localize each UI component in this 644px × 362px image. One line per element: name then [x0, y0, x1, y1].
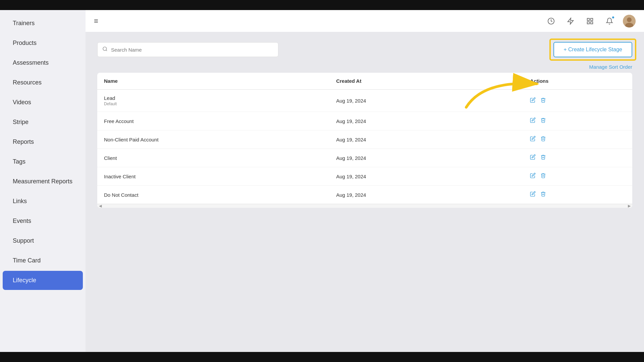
sidebar: Trainers Products Assessments Resources …: [0, 10, 86, 352]
svg-rect-4: [587, 21, 589, 23]
table-header-row: Name Created At Actions: [97, 73, 632, 89]
svg-rect-3: [591, 18, 593, 20]
cell-actions: [523, 130, 632, 149]
row-name-primary: Do Not Contact: [104, 192, 323, 198]
sidebar-item-trainers[interactable]: Trainers: [3, 14, 83, 33]
cell-created-at: Aug 19, 2024: [329, 112, 478, 130]
delete-icon[interactable]: [540, 173, 546, 180]
sidebar-item-links[interactable]: Links: [3, 192, 83, 211]
sidebar-item-stripe[interactable]: Stripe: [3, 113, 83, 132]
row-name-primary: Inactive Client: [104, 174, 323, 179]
create-lifecycle-stage-button[interactable]: + Create Lifecycle Stage: [553, 42, 632, 57]
cell-name: Free Account: [97, 112, 329, 130]
col-created-at: Created At: [329, 73, 478, 89]
hamburger-icon[interactable]: ≡: [94, 17, 98, 25]
table-row: ClientAug 19, 2024: [97, 149, 632, 167]
cell-empty: [478, 167, 524, 186]
table-row: LeadDefaultAug 19, 2024: [97, 89, 632, 112]
sidebar-item-products[interactable]: Products: [3, 34, 83, 53]
cell-empty: [478, 112, 524, 130]
edit-icon[interactable]: [530, 173, 536, 180]
search-icon: [102, 46, 108, 53]
sidebar-item-videos[interactable]: Videos: [3, 93, 83, 112]
cell-created-at: Aug 19, 2024: [329, 89, 478, 112]
edit-icon[interactable]: [530, 154, 536, 162]
table-row: Do Not ContactAug 19, 2024: [97, 186, 632, 204]
svg-line-10: [106, 50, 107, 51]
sidebar-item-assessments[interactable]: Assessments: [3, 53, 83, 72]
sidebar-item-events[interactable]: Events: [3, 212, 83, 231]
notification-dot: [611, 16, 615, 19]
delete-icon[interactable]: [540, 136, 546, 143]
edit-icon[interactable]: [530, 117, 536, 125]
col-name: Name: [97, 73, 329, 89]
scroll-right-arrow[interactable]: ▶: [628, 204, 631, 208]
toolbar: + Create Lifecycle Stage: [97, 42, 632, 57]
search-input[interactable]: [111, 47, 273, 53]
action-icons: [530, 136, 626, 143]
action-icons: [530, 154, 626, 162]
sidebar-item-support[interactable]: Support: [3, 231, 83, 250]
svg-marker-1: [568, 18, 574, 24]
svg-rect-2: [587, 18, 589, 20]
sidebar-item-time-card[interactable]: Time Card: [3, 251, 83, 270]
delete-icon[interactable]: [540, 117, 546, 125]
cell-name: Client: [97, 149, 329, 167]
cell-created-at: Aug 19, 2024: [329, 130, 478, 149]
svg-point-7: [627, 17, 632, 22]
clock-icon[interactable]: [545, 15, 557, 27]
row-name-primary: Client: [104, 155, 323, 161]
cell-empty: [478, 130, 524, 149]
delete-icon[interactable]: [540, 154, 546, 162]
bell-icon[interactable]: [603, 15, 615, 27]
sidebar-item-lifecycle[interactable]: Lifecycle: [3, 271, 83, 290]
delete-icon[interactable]: [540, 97, 546, 105]
action-icons: [530, 191, 626, 198]
cell-created-at: Aug 19, 2024: [329, 149, 478, 167]
cell-actions: [523, 186, 632, 204]
cell-actions: [523, 112, 632, 130]
lightning-icon[interactable]: [565, 15, 577, 27]
svg-point-9: [103, 47, 107, 51]
delete-icon[interactable]: [540, 191, 546, 198]
sidebar-item-measurement-reports[interactable]: Measurement Reports: [3, 172, 83, 191]
table-wrapper: Name Created At Actions LeadDefaultAug 1…: [97, 73, 632, 208]
cell-empty: [478, 89, 524, 112]
row-name-secondary: Default: [104, 102, 323, 106]
main-content: ≡: [86, 10, 644, 352]
row-name-primary: Lead: [104, 95, 323, 101]
cell-name: LeadDefault: [97, 89, 329, 112]
avatar[interactable]: [623, 15, 636, 27]
cell-name: Non-Client Paid Account: [97, 130, 329, 149]
col-actions: Actions: [523, 73, 632, 89]
edit-icon[interactable]: [530, 97, 536, 105]
sort-order-link[interactable]: Manage Sort Order: [97, 64, 632, 70]
svg-rect-5: [591, 21, 593, 23]
table-row: Non-Client Paid AccountAug 19, 2024: [97, 130, 632, 149]
action-icons: [530, 117, 626, 125]
top-nav: ≡: [86, 10, 644, 32]
cell-created-at: Aug 19, 2024: [329, 186, 478, 204]
edit-icon[interactable]: [530, 136, 536, 143]
cell-actions: [523, 149, 632, 167]
cell-created-at: Aug 19, 2024: [329, 167, 478, 186]
cell-actions: [523, 167, 632, 186]
sidebar-item-resources[interactable]: Resources: [3, 73, 83, 92]
content-area: + Create Lifecycle Stage Manage Sort Ord…: [86, 32, 644, 352]
grid-icon[interactable]: [584, 15, 596, 27]
top-bar: [0, 0, 644, 10]
edit-icon[interactable]: [530, 191, 536, 198]
table-row: Free AccountAug 19, 2024: [97, 112, 632, 130]
scroll-left-arrow[interactable]: ◀: [99, 204, 102, 208]
manage-sort-order-link[interactable]: Manage Sort Order: [589, 64, 632, 70]
search-box: [97, 42, 278, 57]
cell-name: Do Not Contact: [97, 186, 329, 204]
cell-actions: [523, 89, 632, 112]
table-scroll-indicator: ◀ ▶: [97, 204, 632, 208]
table-row: Inactive ClientAug 19, 2024: [97, 167, 632, 186]
row-name-primary: Free Account: [104, 118, 323, 124]
row-name-primary: Non-Client Paid Account: [104, 137, 323, 142]
sidebar-item-reports[interactable]: Reports: [3, 132, 83, 152]
lifecycle-table: Name Created At Actions LeadDefaultAug 1…: [97, 73, 632, 204]
sidebar-item-tags[interactable]: Tags: [3, 152, 83, 171]
